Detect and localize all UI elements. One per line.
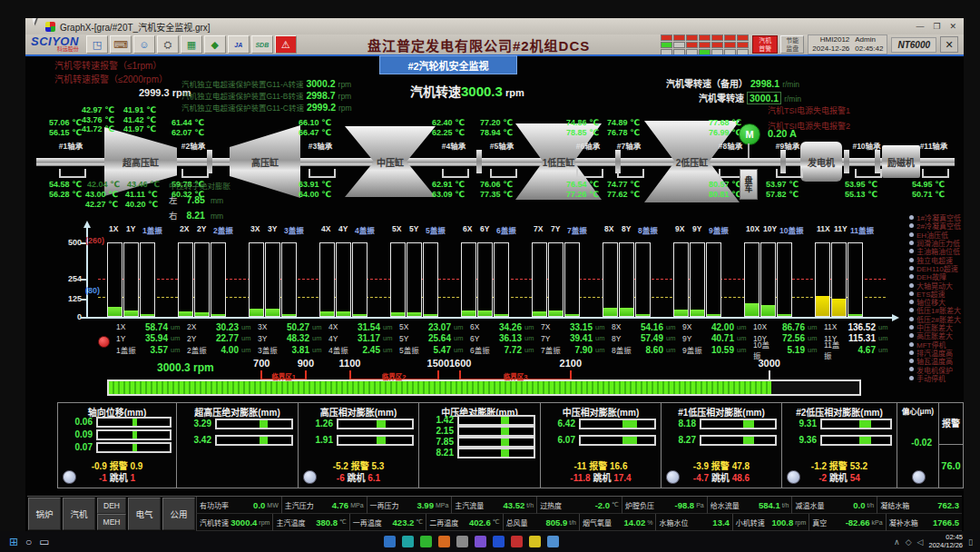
panel-value-row: 0.06 <box>62 417 172 427</box>
close-button[interactable]: ✕ <box>949 22 956 31</box>
taskbar-clock[interactable]: 02:452024/12/26 <box>929 534 964 549</box>
tab-公用[interactable]: 公用 <box>162 498 195 530</box>
taskbar-app-icon[interactable] <box>511 536 523 547</box>
settings-icon[interactable]: ⛭ <box>157 35 179 54</box>
bar-label: 8Y <box>622 224 631 233</box>
task-view-icon[interactable]: ▭ <box>39 536 49 548</box>
bearing-bottom-temps: 63.91 ℃64.00 ℃ <box>299 180 348 200</box>
parameter-label: 主汽流量 <box>455 500 484 510</box>
bar-group-labels: 5X5Y5盖振 <box>390 224 457 234</box>
cylinder-label: 励磁机 <box>887 155 915 169</box>
bearing-bottom-temps: 54.95 ℃50.71 ℃ <box>912 180 961 200</box>
panel-value: 1.42 <box>423 415 454 425</box>
panel-status-dot-icon <box>63 470 76 484</box>
vibration-bar-fill <box>337 311 350 316</box>
taskbar-app-icon[interactable] <box>547 536 559 547</box>
tab-MEH[interactable]: MEH <box>97 514 126 530</box>
bar-value: 30.23 <box>207 322 239 332</box>
vibration-bar <box>281 242 297 317</box>
taskbar-app-icon[interactable] <box>438 536 450 547</box>
bar-label: 1Y <box>126 224 135 233</box>
parameter-cell: 真空-82.66kPa <box>808 514 885 531</box>
tab-电气[interactable]: 电气 <box>128 498 161 530</box>
parameter-label: 有功功率 <box>200 500 229 510</box>
keyboard-icon[interactable]: ⌨ <box>110 35 132 54</box>
bar-group-labels: 4X4Y4盖振 <box>319 224 387 234</box>
package-icon[interactable]: ◆ <box>204 35 226 54</box>
ja-tool-icon[interactable]: JA <box>228 35 250 54</box>
network-icon[interactable]: ◇ <box>906 537 912 547</box>
cylinder-7: 励磁机 <box>882 145 920 178</box>
bar-value: 48.32 <box>278 333 309 343</box>
panel-bar <box>457 426 535 437</box>
panel-bar-marker-icon <box>859 437 871 444</box>
parameter-cell: 汽机转速3000.4rpm <box>196 514 272 531</box>
bar-value-unit: um <box>380 334 397 342</box>
parameter-unit: ℃ <box>339 518 347 526</box>
alarm-bell-icon[interactable]: ⚠ <box>275 35 297 54</box>
bar-value-unit: um <box>663 346 681 354</box>
bar-value: 23.07 <box>419 322 451 332</box>
panel-bar-marker-icon <box>622 420 637 428</box>
panel-value-row: 2.15 <box>423 426 535 436</box>
panel-bar <box>96 417 172 428</box>
toolbar-close-icon[interactable]: ✕ <box>940 36 958 53</box>
bar-value-row: 4盖振2.45um <box>328 344 397 356</box>
bar-values-column: 2X30.23um2Y22.77um2盖振4.00um <box>187 321 256 358</box>
first-out-button[interactable]: 汽机 首警 <box>752 35 778 54</box>
restore-button[interactable]: ❐ <box>933 22 940 31</box>
sdb-tool-icon[interactable]: SDB <box>251 35 273 54</box>
bar-value-unit: um <box>876 334 893 342</box>
expansion-panels: 轴向位移(mm)0.060.090.07-0.9 报警 0.9-1 跳机 1超高… <box>57 402 964 488</box>
bar-label: 11Y <box>834 224 848 233</box>
trip-alarm-item: 手动停机 <box>909 374 964 382</box>
bearing-label: #2轴承 <box>168 140 219 149</box>
vibration-bar <box>477 242 493 317</box>
vibration-bar <box>265 242 280 317</box>
bar-value: 4.67 <box>844 345 876 355</box>
tab-DEH[interactable]: DEH <box>97 498 126 514</box>
bottom-parameter-bar: 锅炉汽机DEHMEH电气公用有功功率0.0MW主汽压力4.76MPa一再压力3.… <box>27 496 962 531</box>
vibration-bar-fill <box>407 312 421 316</box>
vibration-bar-fill <box>816 296 829 316</box>
bar-group-labels: 7X7Y7盖振 <box>532 224 599 234</box>
tray-chevron-icon[interactable]: ∧ <box>894 537 900 547</box>
taskbar-app-icon[interactable] <box>402 536 414 547</box>
taskbar-app-icon[interactable] <box>475 536 486 547</box>
alarm-status-dot-icon <box>909 215 914 220</box>
bar-value-row: 3X50.27um <box>258 321 327 333</box>
parameter-value: 762.3 <box>937 500 959 510</box>
tab-汽机[interactable]: 汽机 <box>63 498 95 530</box>
parameter-label: 真空 <box>812 518 827 527</box>
bar-label: 7Y <box>551 224 560 233</box>
cylinder-label: 发电机 <box>808 155 835 169</box>
taskbar-app-icon[interactable] <box>420 536 432 547</box>
bar-group-labels: 10X10Y10盖振 <box>744 224 811 234</box>
parameter-value: 402.6 <box>469 518 491 527</box>
taskbar-app-icon[interactable] <box>529 536 541 547</box>
volume-icon[interactable]: ◁ <box>917 537 924 547</box>
minimize-button[interactable]: — <box>916 22 924 31</box>
taskbar-app-icon[interactable] <box>456 536 468 547</box>
bar-value-label: 9Y <box>682 334 702 343</box>
mode-button[interactable]: 节能 监盘 <box>780 35 804 54</box>
tab-deh-meh[interactable]: DEHMEH <box>97 498 126 530</box>
cylinder-label: 高压缸 <box>251 155 279 169</box>
tsi-alarm-1: 汽机TSI电源失电报警1 <box>768 104 850 116</box>
taskbar-app-icon[interactable] <box>384 536 396 547</box>
operator-icon[interactable]: ☺ <box>133 35 155 54</box>
search-icon[interactable]: ○ <box>25 536 32 548</box>
monitor-icon[interactable]: ▦ <box>181 35 202 54</box>
taskbar-app-icon[interactable] <box>493 536 505 547</box>
bar-label: 6盖振 <box>496 224 516 235</box>
start-icon[interactable]: ⊞ <box>9 536 18 548</box>
notification-icon[interactable]: ▯ <box>968 537 973 547</box>
vibration-bar <box>635 242 651 317</box>
panel-bar-marker-icon <box>377 420 386 428</box>
graphics-icon[interactable]: ◳ <box>86 35 108 54</box>
speed-tick-label: 3000 <box>758 358 779 369</box>
bar-value: 50.27 <box>278 322 309 332</box>
tab-锅炉[interactable]: 锅炉 <box>28 498 61 530</box>
alarm-summary-grid[interactable] <box>661 34 749 55</box>
vibration-bar <box>706 242 721 317</box>
